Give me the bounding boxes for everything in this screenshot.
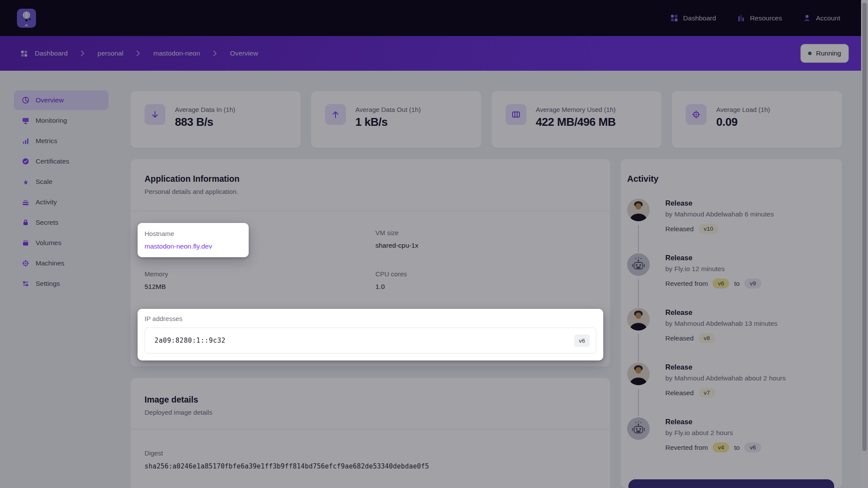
activity-item-byline: by Mahmoud Abdelwahab 13 minutes bbox=[665, 320, 778, 328]
nav-account-label: Account bbox=[816, 14, 840, 22]
card-subtitle: Deployed image details bbox=[145, 409, 596, 416]
breadcrumb-app[interactable]: mastodon-neon bbox=[153, 49, 200, 57]
activity-to-label: to bbox=[734, 444, 740, 452]
person-avatar bbox=[627, 363, 650, 385]
activity-item-byline: by Fly.io 12 minutes bbox=[665, 265, 761, 273]
person-avatar bbox=[627, 308, 650, 331]
cpu-chip-icon bbox=[21, 259, 30, 268]
activity-item: Release by Fly.io 12 minutes Reverted fr… bbox=[627, 253, 832, 288]
hostname-spotlight: Hostname mastodon-neon.fly.dev bbox=[138, 223, 249, 257]
chevron-right-icon bbox=[81, 50, 85, 56]
activity-to-label: to bbox=[734, 280, 740, 288]
sidebar-item-label: Overview bbox=[36, 96, 64, 104]
version-badge: v8 bbox=[699, 333, 715, 343]
breadcrumb-page[interactable]: Overview bbox=[230, 49, 258, 57]
activity-item: Release by Fly.io about 2 hours Reverted… bbox=[627, 417, 832, 452]
sidebar-item-certificates[interactable]: Certificates bbox=[14, 151, 108, 171]
ip-address-value: 2a09:8280:1::9c32 bbox=[155, 337, 226, 344]
arrow-up-icon bbox=[325, 104, 346, 125]
running-dot-icon bbox=[808, 52, 812, 55]
nav-resources[interactable]: Resources bbox=[737, 14, 782, 22]
scrollbar-thumb[interactable] bbox=[862, 3, 867, 451]
lock-icon bbox=[21, 218, 30, 227]
card-title: Application Information bbox=[145, 174, 596, 184]
sidebar-item-activity[interactable]: Activity bbox=[14, 192, 108, 212]
sidebar-item-scale[interactable]: Scale bbox=[14, 172, 108, 192]
sidebar-item-secrets[interactable]: Secrets bbox=[14, 213, 108, 233]
stat-label: Average Memory Used (1h) bbox=[536, 106, 616, 113]
breadcrumb-dashboard[interactable]: Dashboard bbox=[35, 49, 68, 57]
hostname-label: Hostname bbox=[145, 230, 242, 237]
card-subtitle: Personal details and application. bbox=[145, 188, 596, 195]
activity-action: Released bbox=[665, 225, 694, 233]
top-nav-links: Dashboard Resources Account bbox=[670, 14, 840, 22]
pie-chart-icon bbox=[21, 96, 30, 105]
version-badge: v10 bbox=[699, 224, 719, 234]
sidebar-item-settings[interactable]: Settings bbox=[14, 274, 108, 294]
breadcrumb-grid-icon bbox=[20, 50, 28, 57]
leaves-icon bbox=[21, 177, 30, 186]
content: Overview Monitoring Metrics bbox=[0, 71, 868, 488]
toggles-icon bbox=[21, 279, 30, 288]
activity-item: Release by Mahmoud Abdelwahab 6 minutes … bbox=[627, 199, 832, 234]
nav-account[interactable]: Account bbox=[803, 14, 840, 22]
stat-card-data-out: Average Data Out (1h) 1 kB/s bbox=[311, 91, 481, 148]
memory-value: 512MB bbox=[145, 283, 375, 291]
top-nav: Dashboard Resources Account bbox=[0, 0, 868, 36]
activity-item-byline: by Fly.io about 2 hours bbox=[665, 429, 761, 437]
sidebar-item-monitoring[interactable]: Monitoring bbox=[14, 111, 108, 131]
sidebar-item-machines[interactable]: Machines bbox=[14, 253, 108, 273]
activity-action: Released bbox=[665, 334, 694, 342]
robot-avatar bbox=[627, 253, 650, 276]
stat-card-data-in: Average Data In (1h) 883 B/s bbox=[131, 91, 301, 148]
storage-box-icon bbox=[21, 239, 30, 247]
application-information-card: Application Information Personal details… bbox=[131, 159, 610, 367]
activity-action: Reverted from bbox=[665, 280, 708, 288]
version-badge: v4 bbox=[713, 442, 729, 452]
sidebar-item-label: Secrets bbox=[36, 219, 59, 226]
chevron-right-icon bbox=[213, 50, 217, 56]
metrics-bars-icon bbox=[21, 137, 30, 145]
stat-value: 883 B/s bbox=[175, 115, 235, 129]
memory-label: Memory bbox=[145, 270, 375, 278]
nav-resources-label: Resources bbox=[750, 14, 782, 22]
tour-popover-partial[interactable] bbox=[628, 479, 834, 488]
ip-addresses-label: IP addresses bbox=[145, 315, 596, 322]
activity-item-title: Release bbox=[665, 418, 761, 426]
cpu-icon bbox=[686, 104, 707, 125]
sidebar-item-label: Settings bbox=[36, 280, 60, 288]
hostname-link[interactable]: mastodon-neon.fly.dev bbox=[145, 242, 242, 250]
activity-lines-icon bbox=[21, 198, 30, 206]
grid-icon bbox=[670, 14, 678, 22]
nav-dashboard[interactable]: Dashboard bbox=[670, 14, 716, 22]
activity-action: Released bbox=[665, 389, 694, 397]
version-badge: v6 bbox=[744, 442, 761, 452]
sidebar-item-label: Monitoring bbox=[36, 117, 67, 124]
version-badge: v7 bbox=[699, 388, 715, 398]
robot-avatar bbox=[627, 417, 650, 440]
sidebar-item-volumes[interactable]: Volumes bbox=[14, 233, 108, 253]
activity-item-title: Release bbox=[665, 254, 761, 262]
sidebar-item-label: Machines bbox=[36, 259, 64, 267]
breadcrumb: Dashboard personal mastodon-neon Overvie… bbox=[20, 49, 258, 57]
bar-chart-icon bbox=[737, 14, 745, 22]
sidebar-item-overview[interactable]: Overview bbox=[14, 90, 108, 110]
status-badge: Running bbox=[800, 44, 849, 63]
stat-cards: Average Data In (1h) 883 B/s Average Dat… bbox=[131, 91, 842, 148]
ip-version-badge: v6 bbox=[574, 334, 590, 347]
sidebar-item-label: Volumes bbox=[36, 239, 61, 247]
fly-logo-icon[interactable] bbox=[17, 9, 36, 28]
sidebar-item-label: Activity bbox=[36, 198, 57, 206]
stat-label: Average Data Out (1h) bbox=[355, 106, 421, 113]
breadcrumb-org[interactable]: personal bbox=[98, 49, 123, 57]
ip-address-row: 2a09:8280:1::9c32 v6 bbox=[145, 328, 596, 354]
stat-label: Average Data In (1h) bbox=[175, 106, 235, 113]
sidebar-item-label: Certificates bbox=[36, 157, 69, 165]
activity-item-byline: by Mahmoud Abdelwahab 6 minutes bbox=[665, 210, 774, 218]
main-content: Average Data In (1h) 883 B/s Average Dat… bbox=[108, 71, 868, 488]
breadcrumb-bar: Dashboard personal mastodon-neon Overvie… bbox=[0, 36, 868, 71]
sidebar-item-metrics[interactable]: Metrics bbox=[14, 131, 108, 151]
sidebar-item-label: Metrics bbox=[36, 137, 57, 145]
activity-item: Release by Mahmoud Abdelwahab about 2 ho… bbox=[627, 363, 832, 398]
stat-value: 1 kB/s bbox=[355, 115, 421, 129]
